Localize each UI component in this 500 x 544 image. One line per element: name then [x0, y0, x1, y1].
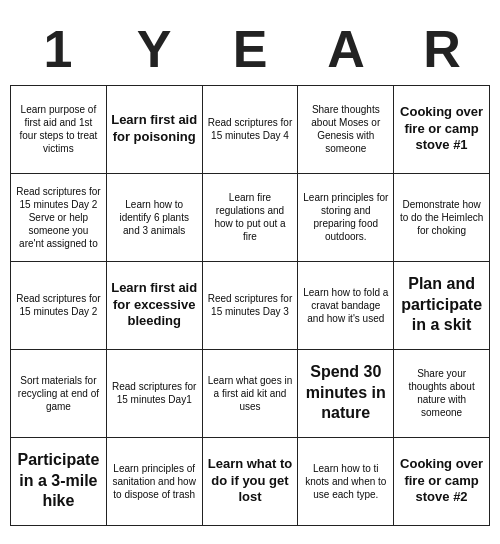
bingo-cell: Read scriptures for 15 minutes Day 2: [11, 262, 107, 350]
bingo-cell: Read scriptures for 15 minutes Day1: [107, 350, 203, 438]
bingo-cell: Learn principles for storing and prepari…: [298, 174, 394, 262]
bingo-header: 1YEAR: [10, 19, 490, 79]
bingo-cell: Learn how to fold a cravat bandage and h…: [298, 262, 394, 350]
bingo-cell: Learn first aid for poisoning: [107, 86, 203, 174]
bingo-cell: Learn principles of sanitation and how t…: [107, 438, 203, 526]
bingo-cell: Sort materials for recycling at end of g…: [11, 350, 107, 438]
bingo-cell: Learn how to ti knots and when to use ea…: [298, 438, 394, 526]
bingo-cell: Read scriptures for 15 minutes Day 4: [203, 86, 299, 174]
header-letter: R: [398, 19, 486, 79]
bingo-cell: Participate in a 3-mile hike: [11, 438, 107, 526]
bingo-cell: Spend 30 minutes in nature: [298, 350, 394, 438]
bingo-cell: Learn how to identify 6 plants and 3 ani…: [107, 174, 203, 262]
bingo-cell: Learn what goes in a first aid kit and u…: [203, 350, 299, 438]
header-letter: Y: [110, 19, 198, 79]
header-letter: 1: [14, 19, 102, 79]
bingo-cell: Learn purpose of first aid and 1st four …: [11, 86, 107, 174]
bingo-cell: Read scriptures for 15 minutes Day 2 Ser…: [11, 174, 107, 262]
bingo-cell: Learn first aid for excessive bleeding: [107, 262, 203, 350]
bingo-cell: Plan and participate in a skit: [394, 262, 490, 350]
bingo-cell: Cooking over fire or camp stove #2: [394, 438, 490, 526]
bingo-card: 1YEAR Learn purpose of first aid and 1st…: [0, 9, 500, 536]
bingo-cell: Learn what to do if you get lost: [203, 438, 299, 526]
bingo-cell: Learn fire regulations and how to put ou…: [203, 174, 299, 262]
bingo-grid: Learn purpose of first aid and 1st four …: [10, 85, 490, 526]
header-letter: E: [206, 19, 294, 79]
bingo-cell: Reed scriptures for 15 minutes Day 3: [203, 262, 299, 350]
bingo-cell: Share your thoughts about nature with so…: [394, 350, 490, 438]
bingo-cell: Share thoughts about Moses or Genesis wi…: [298, 86, 394, 174]
bingo-cell: Demonstrate how to do the Heimlech for c…: [394, 174, 490, 262]
header-letter: A: [302, 19, 390, 79]
bingo-cell: Cooking over fire or camp stove #1: [394, 86, 490, 174]
